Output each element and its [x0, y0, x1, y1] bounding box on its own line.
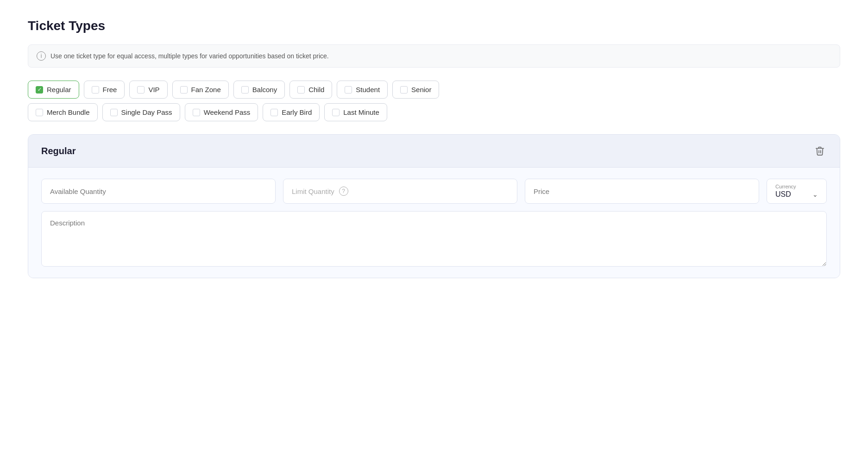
ticket-type-btn-fan-zone[interactable]: Fan Zone: [172, 81, 229, 99]
available-quantity-input[interactable]: [41, 179, 276, 204]
ticket-type-label-child: Child: [308, 86, 324, 94]
limit-quantity-field: Limit Quantity ?: [283, 179, 517, 204]
checkbox-regular: ✓: [36, 86, 43, 94]
price-input[interactable]: [525, 179, 759, 204]
help-icon[interactable]: ?: [339, 187, 348, 196]
ticket-type-label-fan-zone: Fan Zone: [191, 86, 221, 94]
checkbox-student: [345, 86, 352, 94]
ticket-type-btn-last-minute[interactable]: Last Minute: [324, 103, 387, 121]
info-icon: i: [37, 51, 46, 61]
checkbox-fan-zone: [180, 86, 188, 94]
ticket-types-row-1: ✓ Regular Free VIP Fan Zone Balcony: [28, 81, 840, 99]
ticket-type-btn-free[interactable]: Free: [84, 81, 125, 99]
checkbox-last-minute: [332, 109, 340, 116]
fields-row-2: [41, 211, 827, 267]
chevron-down-icon: ⌄: [812, 191, 818, 198]
ticket-type-btn-regular[interactable]: ✓ Regular: [28, 81, 79, 99]
ticket-type-btn-merch-bundle[interactable]: Merch Bundle: [28, 103, 98, 121]
currency-select[interactable]: Currency USD ⌄: [767, 179, 827, 204]
checkbox-single-day-pass: [110, 109, 118, 116]
ticket-type-btn-child[interactable]: Child: [289, 81, 332, 99]
ticket-type-label-free: Free: [103, 86, 117, 94]
info-banner-text: Use one ticket type for equal access, mu…: [50, 52, 329, 60]
ticket-section-title: Regular: [41, 146, 75, 156]
currency-value-row: USD ⌄: [775, 190, 818, 199]
ticket-type-label-weekend-pass: Weekend Pass: [204, 108, 251, 116]
ticket-section-body: Limit Quantity ? Currency USD ⌄: [28, 168, 840, 278]
ticket-section-header: Regular: [28, 135, 840, 168]
ticket-type-btn-student[interactable]: Student: [337, 81, 388, 99]
ticket-type-label-vip: VIP: [148, 86, 159, 94]
checkbox-vip: [137, 86, 145, 94]
checkbox-early-bird: [270, 109, 278, 116]
ticket-type-label-senior: Senior: [411, 86, 431, 94]
ticket-type-label-student: Student: [356, 86, 380, 94]
checkbox-merch-bundle: [36, 109, 43, 116]
checkbox-child: [297, 86, 305, 94]
ticket-type-label-balcony: Balcony: [252, 86, 277, 94]
description-input[interactable]: [41, 211, 827, 267]
currency-value: USD: [775, 190, 791, 199]
ticket-type-label-early-bird: Early Bird: [282, 108, 312, 116]
ticket-type-label-last-minute: Last Minute: [343, 108, 379, 116]
fields-row-1: Limit Quantity ? Currency USD ⌄: [41, 179, 827, 204]
info-banner: i Use one ticket type for equal access, …: [28, 44, 840, 68]
ticket-type-label-regular: Regular: [47, 86, 71, 94]
ticket-section: Regular Limit Quantity ? Currency USD ⌄: [28, 134, 840, 278]
trash-icon: [815, 146, 825, 156]
ticket-type-btn-senior[interactable]: Senior: [392, 81, 439, 99]
checkbox-free: [92, 86, 99, 94]
limit-quantity-label: Limit Quantity: [292, 187, 334, 195]
ticket-type-label-single-day-pass: Single Day Pass: [121, 108, 172, 116]
ticket-type-btn-weekend-pass[interactable]: Weekend Pass: [185, 103, 258, 121]
ticket-type-btn-balcony[interactable]: Balcony: [233, 81, 285, 99]
checkbox-balcony: [241, 86, 249, 94]
page-title: Ticket Types: [28, 19, 840, 33]
ticket-type-btn-single-day-pass[interactable]: Single Day Pass: [102, 103, 180, 121]
currency-label: Currency: [775, 184, 818, 189]
ticket-type-btn-vip[interactable]: VIP: [129, 81, 167, 99]
delete-button[interactable]: [813, 144, 827, 158]
ticket-types-row-2: Merch Bundle Single Day Pass Weekend Pas…: [28, 103, 840, 121]
checkbox-senior: [400, 86, 408, 94]
checkbox-weekend-pass: [193, 109, 200, 116]
ticket-type-btn-early-bird[interactable]: Early Bird: [263, 103, 320, 121]
ticket-type-label-merch-bundle: Merch Bundle: [47, 108, 90, 116]
